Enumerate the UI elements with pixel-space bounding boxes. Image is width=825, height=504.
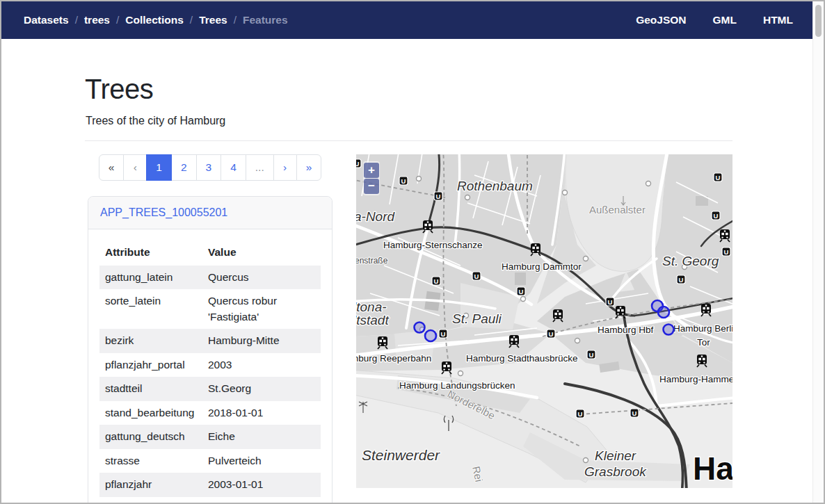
value-cell: 2003-01-01 (202, 473, 321, 496)
map-label-altona-nord: a-Nord (356, 209, 396, 224)
ubahn-icon (434, 192, 442, 200)
table-row: sorte_lateinQuercus robur 'Fastigiata' (99, 289, 321, 329)
page-1-button[interactable]: 1 (146, 154, 172, 181)
ubahn-icon (677, 275, 685, 284)
map-label-dammtor: Hamburg Dammtor (502, 261, 582, 272)
scrollbar-thumb[interactable] (815, 5, 822, 37)
page-title: Trees (85, 74, 153, 105)
page-next-button[interactable]: › (273, 154, 297, 181)
ubahn-icon (547, 330, 555, 338)
page-first-button[interactable]: « (99, 154, 125, 181)
html-link[interactable]: HTML (763, 14, 793, 26)
ubahn-icon (587, 350, 595, 359)
ubahn-icon (714, 173, 722, 181)
attr-cell: stand_bearbeitung (99, 401, 202, 425)
ubahn-icon (712, 211, 720, 220)
map-label-berliner-tor-2: Tor (697, 337, 710, 348)
breadcrumb-collections[interactable]: Collections (125, 14, 184, 26)
map-label-grasbrook: Grasbrook (584, 464, 647, 479)
page-prev-button[interactable]: ‹ (123, 154, 147, 181)
map-zoom-control: + − (363, 161, 380, 195)
page-2-button[interactable]: 2 (171, 154, 197, 181)
map-view[interactable]: + − U (356, 154, 732, 488)
feature-id-link[interactable]: APP_TREES_100055201 (100, 206, 227, 218)
geojson-link[interactable]: GeoJSON (636, 14, 686, 26)
breadcrumb-separator: / (234, 14, 237, 26)
feature-marker[interactable] (425, 330, 436, 341)
table-row: stand_bearbeitung2018-01-01 (99, 401, 321, 425)
map-canvas: U (356, 154, 732, 488)
map-label-hamburg-city: Ha (693, 450, 732, 487)
attr-cell: strasse (99, 449, 202, 473)
divider (85, 140, 732, 141)
table-row: gattung_lateinQuercus (99, 266, 321, 289)
map-label-stadthausbruecke: Hamburg Stadthausbrücke (466, 353, 578, 364)
map-label-hammerbrook: Hamburg-Hammerb (659, 374, 732, 384)
page-last-button[interactable]: » (296, 154, 322, 181)
table-row: pflanzjahr_portal2003 (99, 353, 321, 377)
attr-cell: sorte_latein (99, 289, 202, 329)
attr-cell: stadtteil (99, 377, 202, 400)
feature-card: APP_TREES_100055201 Attribute Value gatt… (88, 196, 333, 504)
gml-link[interactable]: GML (713, 14, 737, 26)
table-row: gattung_deutschEiche (99, 425, 321, 448)
attr-cell: gattung_latein (99, 266, 202, 289)
feature-marker[interactable] (664, 325, 674, 335)
table-row: pflanzjahr2003-01-01 (99, 473, 321, 496)
feature-marker[interactable] (658, 307, 669, 318)
attr-cell: pflanzjahr (99, 473, 202, 496)
value-cell: 2018-01-01 (202, 401, 321, 425)
map-label-altona-altstadt-1: ltona- (356, 300, 387, 314)
map-label-st-pauli: St. Pauli (452, 311, 502, 326)
ubahn-icon (517, 287, 525, 295)
attribute-table: Attribute Value gattung_lateinQuercus so… (99, 241, 321, 504)
breadcrumb-datasets[interactable]: Datasets (24, 14, 69, 26)
top-navbar: Datasets / trees / Collections / Trees /… (1, 1, 812, 39)
value-cell: Pulverteich (202, 449, 321, 473)
page-4-button[interactable]: 4 (221, 154, 246, 181)
ubahn-icon (722, 247, 730, 256)
map-label-hbf: Hamburg Hbf (598, 325, 654, 335)
ubahn-icon (439, 330, 447, 338)
ubahn-icon (399, 177, 408, 185)
ubahn-icon (432, 277, 440, 285)
ubahn-icon (606, 298, 614, 306)
map-label-kleiner: Kleiner (595, 448, 636, 463)
map-label-altona-altstadt-2: ltstadt (356, 313, 389, 327)
value-cell: Hamburg-Mitte (202, 329, 321, 352)
page-subtitle: Trees of the city of Hamburg (86, 115, 225, 127)
map-label-landungsbruecken: Hamburg Landungsbrücken (399, 380, 515, 391)
feature-card-body: Attribute Value gattung_lateinQuercus so… (88, 229, 332, 504)
attr-cell: pflanzjahr_portal (99, 353, 202, 377)
feature-column: « ‹ 1 2 3 4 ... › » APP_TREES_100055201 … (88, 154, 333, 504)
breadcrumb-separator: / (116, 14, 119, 26)
ubahn-icon (576, 409, 584, 418)
value-cell: St.Georg (202, 377, 321, 400)
attribute-column-header: Attribute (99, 241, 202, 266)
breadcrumb-features-current: Features (243, 14, 288, 26)
zoom-in-button[interactable]: + (364, 163, 379, 178)
value-column-header: Value (202, 241, 321, 266)
breadcrumb-trees-dataset[interactable]: trees (84, 14, 110, 26)
map-label-aussenalster: Außenalster (589, 204, 646, 216)
value-cell: Quercus (202, 266, 321, 289)
value-cell: Quercus robur 'Fastigiata' (202, 289, 321, 329)
ubahn-icon (630, 409, 639, 417)
map-label-st-georg: St. Georg (662, 254, 719, 268)
page-ellipsis: ... (246, 154, 274, 181)
table-header-row: Attribute Value (99, 241, 321, 266)
table-row: sorte_deutschSäulen-Eiche (99, 497, 321, 504)
breadcrumb-trees-collection[interactable]: Trees (199, 14, 227, 26)
map-label-berliner-tor-1: Hamburg Berlin (673, 323, 732, 334)
feature-marker[interactable] (415, 323, 425, 333)
breadcrumb-separator: / (190, 14, 193, 26)
attr-cell: sorte_deutsch (99, 497, 202, 504)
table-row: stadtteilSt.Georg (99, 377, 321, 400)
ubahn-icon (356, 159, 361, 168)
table-row: strassePulverteich (99, 449, 321, 473)
zoom-out-button[interactable]: − (364, 179, 379, 194)
ubahn-icon (472, 272, 481, 280)
vertical-scrollbar[interactable] (812, 1, 824, 503)
attr-cell: bezirk (99, 329, 202, 352)
page-3-button[interactable]: 3 (196, 154, 222, 181)
